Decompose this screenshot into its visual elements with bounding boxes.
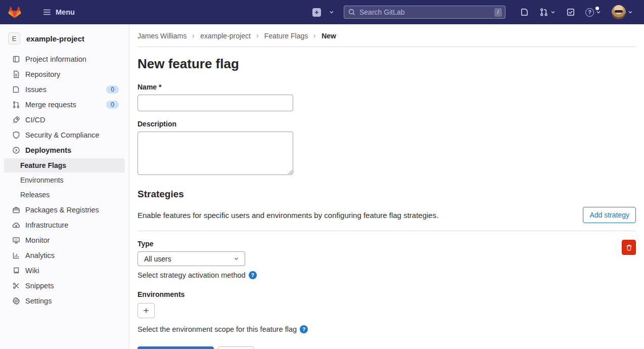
sidebar-item-repository[interactable]: Repository <box>0 67 129 82</box>
search-input[interactable] <box>358 8 491 17</box>
strategies-title: Strategies <box>137 189 636 200</box>
strategies-description: Enable features for specific users and e… <box>137 211 583 220</box>
sidebar-item-label: Deployments <box>25 146 121 154</box>
sidebar-item-releases[interactable]: Releases <box>4 188 125 202</box>
project-avatar: E <box>8 32 20 45</box>
gitlab-logo-icon[interactable] <box>8 6 21 19</box>
type-select-value: All users <box>144 255 171 263</box>
sidebar-item-infrastructure[interactable]: Infrastructure <box>0 217 129 233</box>
menu-button[interactable]: Menu <box>39 7 78 17</box>
todo-icon <box>566 8 575 17</box>
cloud-icon <box>12 221 20 229</box>
issues-icon <box>12 85 20 94</box>
sidebar-item-wiki[interactable]: Wiki <box>0 263 129 278</box>
merge-requests-button[interactable] <box>537 8 559 17</box>
section-divider <box>137 231 636 231</box>
issues-button[interactable] <box>518 8 532 17</box>
sidebar-item-merge-requests[interactable]: Merge requests 0 <box>0 97 129 112</box>
sidebar-item-label: Repository <box>25 70 121 78</box>
sidebar-item-label: Settings <box>25 297 121 305</box>
plus-square-icon <box>312 8 321 17</box>
global-search[interactable]: / <box>344 6 505 19</box>
chevron-down-icon <box>233 255 240 262</box>
gear-icon <box>12 297 20 305</box>
todos-button[interactable] <box>564 8 578 17</box>
sidebar-item-deployments[interactable]: Deployments <box>0 143 129 158</box>
search-shortcut-key: / <box>494 8 502 17</box>
breadcrumb-current: New <box>321 32 336 40</box>
environments-help-icon[interactable]: ? <box>300 325 308 333</box>
user-avatar <box>612 5 626 19</box>
sidebar-item-label: Issues <box>25 85 101 94</box>
search-icon <box>348 9 355 16</box>
new-menu-chevron-down-icon[interactable] <box>329 9 335 15</box>
project-information-icon <box>12 55 20 63</box>
top-navigation-bar: Menu / <box>0 0 644 24</box>
deployments-icon <box>12 146 20 154</box>
user-chevron-down-icon <box>627 9 633 15</box>
issues-count-badge: 0 <box>106 85 119 94</box>
description-label: Description <box>137 120 636 128</box>
page-title: New feature flag <box>137 56 636 72</box>
rocket-icon <box>12 116 20 124</box>
sidebar-item-label: Security & Compliance <box>25 131 121 139</box>
project-sidebar: E example-project Project information Re… <box>0 24 129 349</box>
type-helper-text: Select strategy activation method <box>137 271 246 279</box>
plus-icon <box>143 307 150 314</box>
notification-dot <box>595 7 599 10</box>
description-field[interactable] <box>137 132 293 175</box>
add-environment-button[interactable] <box>137 303 155 318</box>
sidebar-item-label: Project information <box>25 55 121 63</box>
sidebar-item-issues[interactable]: Issues 0 <box>0 82 129 97</box>
package-icon <box>12 206 20 214</box>
sidebar-item-settings[interactable]: Settings <box>0 293 129 309</box>
sidebar-item-environments[interactable]: Environments <box>4 173 125 187</box>
user-menu-button[interactable] <box>609 5 636 19</box>
new-menu-button[interactable] <box>310 8 324 17</box>
merge-requests-chevron-down-icon <box>550 9 556 15</box>
cancel-button[interactable]: Cancel <box>218 346 254 349</box>
help-icon: ? <box>585 8 594 17</box>
trash-icon <box>625 244 633 251</box>
name-field[interactable] <box>137 95 293 111</box>
breadcrumb-project[interactable]: example-project <box>200 32 251 40</box>
sidebar-item-label: Analytics <box>25 251 121 259</box>
issues-icon <box>520 8 529 17</box>
breadcrumb: James Williams example-project Feature F… <box>137 24 636 47</box>
sidebar-item-cicd[interactable]: CI/CD <box>0 112 129 127</box>
sidebar-item-packages-registries[interactable]: Packages & Registries <box>0 202 129 217</box>
sidebar-item-label: Merge requests <box>25 101 101 109</box>
sidebar-item-monitor[interactable]: Monitor <box>0 233 129 248</box>
chevron-right-icon <box>312 33 317 39</box>
merge-request-icon <box>539 8 548 17</box>
book-icon <box>12 267 20 275</box>
sidebar-item-feature-flags[interactable]: Feature Flags <box>4 158 125 172</box>
sidebar-item-project-information[interactable]: Project information <box>0 52 129 67</box>
sidebar-item-label: CI/CD <box>25 116 121 124</box>
scissors-icon <box>12 282 20 290</box>
delete-strategy-button[interactable] <box>622 240 636 255</box>
environments-helper-text: Select the environment scope for this fe… <box>137 325 297 333</box>
type-label: Type <box>137 240 622 248</box>
create-feature-flag-button[interactable]: Create feature flag <box>137 346 214 349</box>
environments-label: Environments <box>137 290 636 298</box>
shield-icon <box>12 131 20 139</box>
chevron-right-icon <box>191 33 196 39</box>
sidebar-item-snippets[interactable]: Snippets <box>0 278 129 293</box>
breadcrumb-feature-flags[interactable]: Feature Flags <box>264 32 308 40</box>
project-header[interactable]: E example-project <box>0 28 129 50</box>
help-chevron-down-icon <box>595 9 602 15</box>
sidebar-item-security-compliance[interactable]: Security & Compliance <box>0 127 129 143</box>
breadcrumb-user[interactable]: James Williams <box>137 32 187 40</box>
menu-label: Menu <box>56 8 75 16</box>
merge-requests-count-badge: 0 <box>106 101 119 109</box>
sidebar-item-analytics[interactable]: Analytics <box>0 248 129 263</box>
sidebar-item-label: Monitor <box>25 236 121 244</box>
type-select[interactable]: All users <box>137 251 245 266</box>
type-help-icon[interactable]: ? <box>249 271 257 279</box>
add-strategy-button[interactable]: Add strategy <box>583 207 636 223</box>
sidebar-item-label: Infrastructure <box>25 221 121 229</box>
sidebar-item-label: Packages & Registries <box>25 206 121 214</box>
help-menu-button[interactable]: ? <box>583 8 604 17</box>
monitor-icon <box>12 236 20 244</box>
